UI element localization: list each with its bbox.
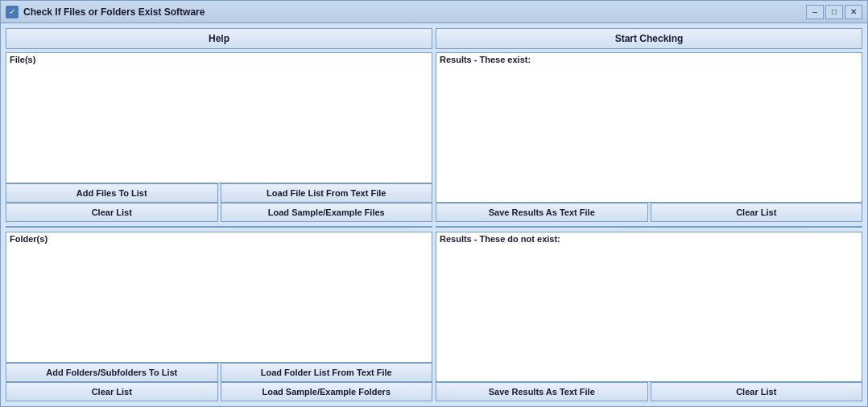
panels-row: File(s) Add Files To List Load File List… [6,52,862,401]
results-exist-textarea[interactable] [436,52,862,203]
results-not-exist-wrapper: Results - These do not exist: [436,232,862,382]
window-title: Check If Files or Folders Exist Software [23,6,806,18]
files-textarea-wrapper: File(s) [6,52,432,183]
maximize-button[interactable]: □ [825,5,843,19]
load-file-list-button[interactable]: Load File List From Text File [221,183,433,203]
main-content: Help Start Checking File(s) Add Files To… [1,23,867,406]
clear-list-not-exist-button[interactable]: Clear List [651,382,863,401]
folders-textarea[interactable] [6,232,432,363]
files-button-row-1: Add Files To List Load File List From Te… [6,183,432,203]
results-not-exist-textarea[interactable] [436,232,862,382]
add-folders-button[interactable]: Add Folders/Subfolders To List [6,363,218,382]
save-results-exist-button[interactable]: Save Results As Text File [436,203,648,222]
clear-list-exist-button[interactable]: Clear List [651,203,863,222]
app-icon: ✓ [6,6,19,18]
files-textarea[interactable] [6,52,432,183]
title-bar: ✓ Check If Files or Folders Exist Softwa… [1,1,867,23]
minimize-button[interactable]: – [806,5,824,19]
results-exist-button-row: Save Results As Text File Clear List [436,203,862,222]
right-panel: Results - These exist: Save Results As T… [436,52,862,401]
results-exist-wrapper: Results - These exist: [436,52,862,203]
left-panel: File(s) Add Files To List Load File List… [6,52,432,401]
files-section: File(s) Add Files To List Load File List… [6,52,432,222]
folders-button-row-1: Add Folders/Subfolders To List Load Fold… [6,363,432,382]
clear-list-folders-button[interactable]: Clear List [6,382,218,401]
add-files-button[interactable]: Add Files To List [6,183,218,203]
start-checking-button[interactable]: Start Checking [436,28,862,49]
folders-textarea-wrapper: Folder(s) [6,232,432,363]
right-divider [436,226,862,228]
results-not-exist-section: Results - These do not exist: Save Resul… [436,232,862,401]
window-controls: – □ ✕ [806,5,862,19]
load-sample-files-button[interactable]: Load Sample/Example Files [221,203,433,222]
folders-section: Folder(s) Add Folders/Subfolders To List… [6,232,432,401]
top-button-row: Help Start Checking [6,28,862,49]
clear-list-files-button[interactable]: Clear List [6,203,218,222]
main-window: ✓ Check If Files or Folders Exist Softwa… [0,0,868,407]
close-button[interactable]: ✕ [845,5,862,19]
files-button-row-2: Clear List Load Sample/Example Files [6,203,432,222]
help-button[interactable]: Help [6,28,432,49]
left-divider [6,226,432,228]
load-folder-list-button[interactable]: Load Folder List From Text File [221,363,433,382]
load-sample-folders-button[interactable]: Load Sample/Example Folders [221,382,433,401]
save-results-not-exist-button[interactable]: Save Results As Text File [436,382,648,401]
results-not-exist-button-row: Save Results As Text File Clear List [436,382,862,401]
folders-button-row-2: Clear List Load Sample/Example Folders [6,382,432,401]
results-exist-section: Results - These exist: Save Results As T… [436,52,862,222]
